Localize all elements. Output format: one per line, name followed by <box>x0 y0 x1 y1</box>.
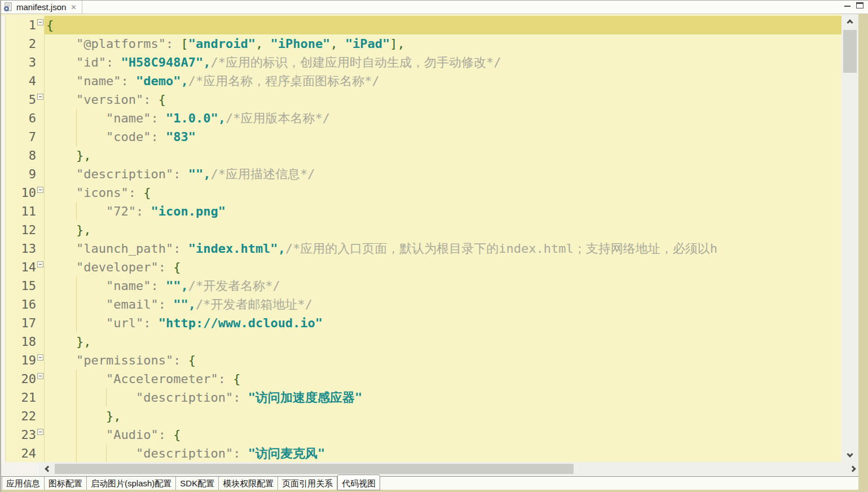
close-icon[interactable]: ✕ <box>69 3 77 11</box>
code-text[interactable]: "developer": { <box>45 258 843 276</box>
line-number: 24 <box>6 444 36 462</box>
fold-column <box>36 351 45 370</box>
token-key: "@platforms" <box>76 37 166 51</box>
code-text[interactable]: "72": "icon.png" <box>45 202 843 221</box>
line-number: 13 <box>6 239 36 258</box>
token-plain <box>46 37 76 51</box>
token-cmt: /*应用版本名称*/ <box>226 111 330 125</box>
code-text[interactable]: "icons": { <box>45 183 843 202</box>
token-brace: , <box>330 37 345 51</box>
fold-collapse-icon[interactable] <box>37 261 43 267</box>
line-number: 9 <box>6 165 36 183</box>
token-key: "version" <box>76 93 143 107</box>
token-key: : <box>151 111 166 125</box>
code-text[interactable]: "code": "83" <box>45 128 843 146</box>
token-plain <box>46 167 76 181</box>
code-text[interactable]: "launch_path": "index.html",/*应用的入口页面，默认… <box>45 239 843 258</box>
code-text[interactable]: "permissions": { <box>45 351 843 370</box>
token-key: : <box>143 93 158 107</box>
token-brace: ], <box>390 37 405 51</box>
code-text[interactable]: }, <box>45 221 843 239</box>
code-text[interactable]: "name": "demo",/*应用名称，程序桌面图标名称*/ <box>45 72 843 90</box>
token-key: "Audio" <box>106 428 158 442</box>
code-text[interactable]: "name": "",/*开发者名称*/ <box>45 276 843 295</box>
token-plain <box>46 241 76 256</box>
view-tab-item[interactable]: 页面引用关系 <box>278 477 337 490</box>
line-number: 19 <box>6 351 36 370</box>
token-key: "Accelerometer" <box>106 372 218 386</box>
token-brace: , <box>255 37 271 51</box>
view-tab-item[interactable]: 图标配置 <box>45 477 87 490</box>
code-text[interactable]: "Accelerometer": { <box>45 370 843 388</box>
indent-guide <box>76 444 77 462</box>
code-text[interactable]: "description": "访问加速度感应器" <box>45 388 843 407</box>
editor-tab-title: manifest.json <box>16 2 66 12</box>
code-text[interactable]: "email": "",/*开发者邮箱地址*/ <box>45 295 843 314</box>
fold-collapse-icon[interactable] <box>37 187 43 193</box>
token-plain <box>46 148 76 162</box>
code-text[interactable]: "name": "1.0.0",/*应用版本名称*/ <box>45 109 843 128</box>
vertical-scrollbar-thumb[interactable] <box>843 30 857 73</box>
token-brace: }, <box>106 409 121 423</box>
code-line: 7 "code": "83" <box>1 128 843 146</box>
view-tab-item[interactable]: 应用信息 <box>2 477 45 490</box>
code-text[interactable]: }, <box>45 407 843 425</box>
code-text[interactable]: "Audio": { <box>45 425 843 444</box>
editor-tabbar: manifest.json ✕ <box>1 1 868 14</box>
fold-collapse-icon[interactable] <box>37 429 43 435</box>
scroll-down-button[interactable] <box>841 447 858 462</box>
fold-column <box>36 16 45 34</box>
maximize-icon[interactable] <box>856 2 863 8</box>
annotation-ruler <box>1 53 6 72</box>
line-number: 11 <box>6 202 36 221</box>
indent-guide <box>76 295 77 314</box>
line-number: 2 <box>6 34 36 53</box>
fold-collapse-icon[interactable] <box>37 94 43 100</box>
token-cmt: /*应用名称，程序桌面图标名称*/ <box>188 74 380 88</box>
fold-column <box>36 388 45 407</box>
code-text[interactable]: "version": { <box>45 90 843 109</box>
token-str: "http://www.dcloud.io" <box>158 316 323 330</box>
code-text[interactable]: "description": "",/*应用描述信息*/ <box>45 165 843 183</box>
view-tab-selected[interactable]: 代码视图 <box>337 475 380 490</box>
code-text[interactable]: "url": "http://www.dcloud.io" <box>45 314 843 332</box>
fold-column <box>36 90 45 109</box>
code-text[interactable]: "description": "访问麦克风" <box>45 444 843 462</box>
annotation-ruler <box>1 332 6 351</box>
horizontal-scrollbar[interactable] <box>39 462 861 476</box>
code-line: 21 "description": "访问加速度感应器" <box>1 388 843 407</box>
indent-guide <box>76 109 77 128</box>
fold-column <box>36 425 45 444</box>
line-number: 8 <box>6 146 36 165</box>
view-tab-item[interactable]: SDK配置 <box>176 477 219 490</box>
token-plain <box>46 223 76 237</box>
fold-collapse-icon[interactable] <box>37 354 43 361</box>
code-line: 20 "Accelerometer": { <box>1 370 843 388</box>
code-text[interactable]: "id": "H58C948A7",/*应用的标识，创建应用时自动生成，勿手动修… <box>45 53 843 72</box>
code-editor[interactable]: 1{2 "@platforms": ["android", "iPhone", … <box>1 14 843 462</box>
horizontal-scrollbar-thumb[interactable] <box>55 464 574 474</box>
code-text[interactable]: "@platforms": ["android", "iPhone", "iPa… <box>45 34 843 53</box>
fold-collapse-icon[interactable] <box>37 19 43 25</box>
indent-guide <box>76 407 77 425</box>
code-line: 18 }, <box>1 332 843 351</box>
token-key: "name" <box>106 111 151 125</box>
code-line: 10 "icons": { <box>1 183 843 202</box>
scroll-up-button[interactable] <box>841 14 858 29</box>
minimize-icon[interactable] <box>844 5 851 7</box>
code-text[interactable]: }, <box>45 332 843 351</box>
vertical-scrollbar[interactable] <box>841 14 858 462</box>
annotation-ruler <box>1 165 6 183</box>
fold-column <box>36 444 45 462</box>
token-str: , <box>203 167 210 181</box>
token-key: : <box>173 167 188 181</box>
view-tab-item[interactable]: 模块权限配置 <box>219 477 278 490</box>
editor-tab-manifest-json[interactable]: manifest.json ✕ <box>1 1 82 14</box>
fold-collapse-icon[interactable] <box>37 373 43 379</box>
view-tab-item[interactable]: 启动图片(splash)配置 <box>87 477 176 490</box>
scroll-left-button[interactable] <box>39 462 54 476</box>
code-line: 23 "Audio": { <box>1 425 843 444</box>
code-text[interactable]: }, <box>45 146 843 165</box>
code-text-current-line[interactable]: { <box>45 16 843 34</box>
line-number: 21 <box>6 388 36 407</box>
